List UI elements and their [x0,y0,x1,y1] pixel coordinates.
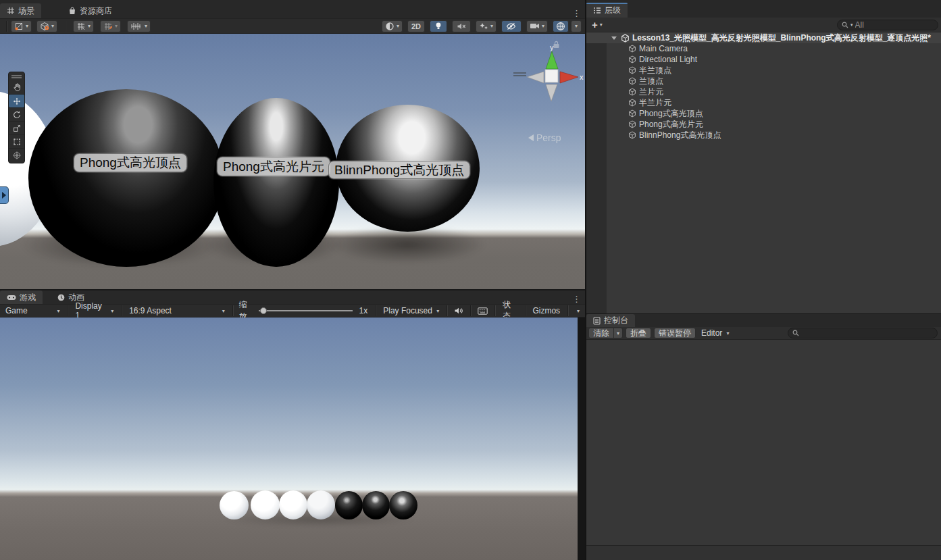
foldout-triangle-icon[interactable] [611,36,617,40]
scene-camera-button[interactable]: ▾ [526,20,548,32]
scene-visibility-button[interactable] [501,20,522,32]
console-clear-dropdown[interactable]: ▾ [614,328,623,338]
scene-toolbar: ▾ ▾ ▾ ▾ ▾ ▾ [0,18,586,34]
hierarchy-item-phong-vertex[interactable]: Phong式高光顶点 [586,108,941,119]
hierarchy-item-lambert-fragment[interactable]: 兰片元 [586,86,941,97]
game-target-dropdown[interactable]: Game ▾ [1,305,63,317]
device-simulator-button[interactable] [474,305,491,317]
view-hand-tool-button[interactable] [9,80,24,94]
tab-hierarchy[interactable]: 层级 [586,3,628,18]
grid-snapping-button[interactable]: ▾ [100,20,121,32]
search-icon [842,22,848,28]
slider-track [259,310,353,311]
cube-icon [628,109,636,118]
console-searchbox[interactable] [788,328,938,338]
scene-audio-button[interactable] [452,20,471,32]
tab-console[interactable]: 控制台 [586,314,635,327]
tab-scene[interactable]: 场景 [0,3,41,18]
rect-tool-button[interactable] [9,134,24,148]
collapsed-overlay-button[interactable] [0,186,9,204]
measure-tool-button[interactable]: ▾ [127,20,151,32]
hierarchy-item-directional-light[interactable]: Directional Light [586,54,941,65]
separator [121,305,122,316]
perspective-toggle[interactable]: Persp [528,132,561,143]
scene-lighting-button[interactable] [430,20,447,32]
aspect-value: 16:9 Aspect [129,306,172,315]
hierarchy-search-input[interactable] [855,20,934,30]
axis-x-label: x [580,73,584,81]
hierarchy-item-half-lambert-vertex[interactable]: 半兰顶点 [586,65,941,76]
aspect-dropdown[interactable]: 16:9 Aspect ▾ [125,305,229,317]
tab-asset-store[interactable]: 资源商店 [61,3,119,18]
console-editor-dropdown[interactable]: Editor ▾ [696,327,734,339]
console-error-pause-button[interactable]: 错误暂停 [654,328,696,338]
tab-game[interactable]: 游戏 [0,290,43,304]
dropdown-arrow-icon: ▾ [88,23,91,29]
rotate-tool-button[interactable] [9,107,24,121]
hierarchy-item-half-lambert-fragment[interactable]: 半兰片元 [586,97,941,108]
sphere-phong-fragment [213,98,339,267]
console-clear-button[interactable]: 清除 [588,328,614,338]
grid-visibility-button[interactable]: ▾ [73,20,94,32]
hierarchy-searchbox[interactable]: ▾ [837,20,938,30]
console-search-input[interactable] [801,328,933,338]
game-gizmos-arrow-button[interactable]: ▾ [571,305,585,317]
unity-scene-icon [621,34,630,43]
cube-icon [628,120,636,128]
hand-icon [12,82,22,92]
hierarchy-item-main-camera[interactable]: Main Camera [586,43,941,54]
dropdown-arrow-icon: ▾ [111,308,113,314]
scale-tool-button[interactable] [9,121,24,134]
slider-knob[interactable] [260,307,267,314]
hierarchy-left-gutter [586,43,607,313]
zoom-slider[interactable] [259,306,353,315]
console-log-area[interactable] [586,340,941,560]
game-viewport[interactable] [0,317,578,560]
game-sphere-white-2 [251,490,280,519]
move-icon [12,97,22,106]
create-object-button[interactable]: + ▾ [589,19,605,30]
item-label: Phong式高光片元 [639,119,703,130]
scene-gizmos-button[interactable] [553,20,569,32]
separator [67,305,68,316]
scale-icon [12,124,22,133]
move-tool-button[interactable] [9,94,24,107]
scene-effects-button[interactable]: ▾ [476,20,497,32]
snap-move-tool-button[interactable]: ▾ [11,20,32,32]
game-panel-menu-icon[interactable]: ⋮ [567,294,586,304]
orientation-gizmo[interactable]: y x [519,42,584,103]
stats-button[interactable]: 状态 [499,305,522,317]
overlay-drag-handle[interactable] [11,75,22,78]
hierarchy-item-blinnphong-vertex[interactable]: BlinnPhong式高光顶点 [586,130,941,141]
shading-mode-button[interactable]: ▾ [382,20,403,32]
game-audio-button[interactable] [451,305,467,317]
play-focused-dropdown[interactable]: Play Focused ▾ [379,305,443,317]
2d-toggle-button[interactable]: 2D [407,20,425,32]
item-label: 半兰顶点 [639,65,671,76]
rotate-icon [12,110,22,120]
console-detail-pane [586,545,941,560]
scene-gizmos-dropdown[interactable]: ▾ [571,20,582,32]
gizmos-label: Gizmos [532,306,560,315]
transform-tool-button[interactable] [9,148,24,161]
grid-snap-icon [103,22,113,31]
dropdown-arrow-icon: ▾ [115,23,118,29]
dropdown-arrow-icon: ▾ [600,22,603,28]
game-gizmos-dropdown[interactable]: Gizmos [528,305,564,317]
scene-panel-menu-icon[interactable]: ⋮ [567,8,586,18]
hierarchy-scene-root[interactable]: Lesson13_光照模型_高光反射光照模型_BlinnPhong式高光反射模型… [586,32,941,43]
hierarchy-item-lambert-vertex[interactable]: 兰顶点 [586,76,941,86]
error-pause-label: 错误暂停 [659,328,691,339]
snap-surface-tool-button[interactable]: ▾ [36,20,57,32]
chevron-left-icon [528,134,534,141]
console-collapse-button[interactable]: 折叠 [626,328,651,338]
item-label: 兰顶点 [639,76,663,87]
scene-viewport[interactable]: Phong式高光顶点 Phong式高光片元 BlinnPhong式高光顶点 [0,34,585,289]
game-toolbar: Game ▾ Display 1 ▾ 16:9 Aspect ▾ 缩放 1x P… [0,304,586,317]
dropdown-arrow-icon: ▾ [51,23,54,29]
hierarchy-item-phong-fragment[interactable]: Phong式高光片元 [586,119,941,130]
separator [232,305,233,316]
display-dropdown[interactable]: Display 1 ▾ [71,305,118,317]
dropdown-arrow-icon: ▾ [145,23,147,29]
scene-root-label: Lesson13_光照模型_高光反射光照模型_BlinnPhong式高光反射模型… [632,32,931,44]
